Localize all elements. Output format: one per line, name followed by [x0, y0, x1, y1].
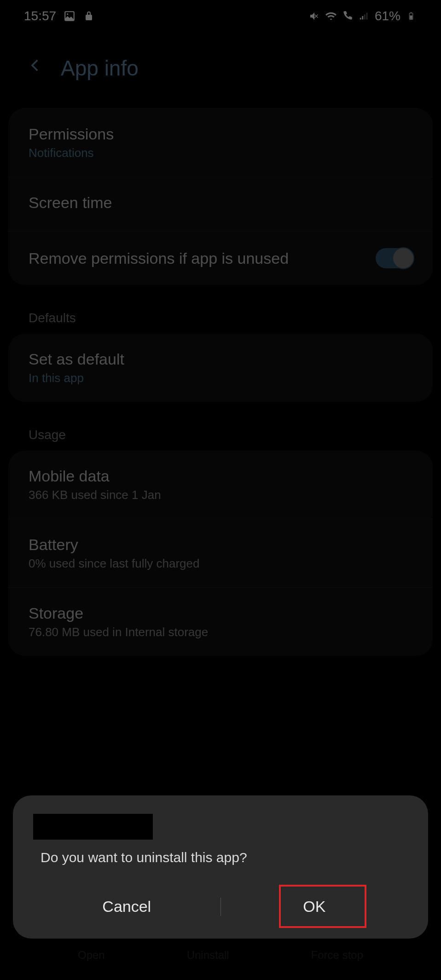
settings-card-defaults: Set as default In this app — [8, 334, 433, 402]
app-name-redacted — [33, 814, 153, 840]
screen-time-row[interactable]: Screen time — [8, 177, 433, 232]
svg-point-1 — [67, 13, 68, 15]
mute-icon — [308, 10, 320, 22]
permissions-sub: Notifications — [29, 146, 412, 160]
storage-title: Storage — [29, 604, 412, 622]
settings-card-usage: Mobile data 366 KB used since 1 Jan Batt… — [8, 451, 433, 656]
status-right: 61% — [308, 9, 417, 23]
settings-card-main: Permissions Notifications Screen time Re… — [8, 108, 433, 285]
wifi-icon — [325, 10, 337, 22]
dialog-message: Do you want to uninstall this app? — [33, 850, 408, 865]
mobile-data-row[interactable]: Mobile data 366 KB used since 1 Jan — [8, 451, 433, 519]
storage-sub: 76.80 MB used in Internal storage — [29, 625, 412, 639]
mobile-data-title: Mobile data — [29, 467, 412, 485]
signal-icon — [358, 10, 370, 22]
screen-time-title: Screen time — [29, 194, 412, 212]
battery-percent: 61% — [375, 9, 400, 23]
svg-rect-4 — [364, 14, 366, 19]
svg-rect-8 — [410, 16, 412, 19]
svg-rect-5 — [366, 13, 368, 20]
remove-permissions-toggle[interactable] — [376, 248, 412, 268]
page-header: App info — [0, 32, 441, 108]
force-stop-button[interactable]: Force stop — [311, 949, 363, 962]
permissions-row[interactable]: Permissions Notifications — [8, 108, 433, 177]
uninstall-dialog: Do you want to uninstall this app? Cance… — [13, 795, 428, 939]
battery-icon — [405, 10, 417, 22]
remove-permissions-row[interactable]: Remove permissions if app is unused — [8, 232, 433, 285]
permissions-title: Permissions — [29, 125, 412, 143]
set-default-title: Set as default — [29, 350, 412, 368]
lock-icon — [83, 10, 95, 22]
toggle-knob — [392, 247, 414, 269]
open-button[interactable]: Open — [78, 949, 105, 962]
cancel-button[interactable]: Cancel — [33, 888, 220, 925]
dialog-actions: Cancel OK — [33, 888, 408, 925]
status-bar: 15:57 61% — [0, 0, 441, 32]
defaults-section-header: Defaults — [0, 299, 441, 334]
status-left: 15:57 — [24, 9, 95, 23]
bottom-action-bar: Open Uninstall Force stop — [0, 949, 441, 962]
remove-permissions-title: Remove permissions if app is unused — [29, 249, 289, 267]
wifi-calling-icon — [342, 10, 354, 22]
uninstall-button[interactable]: Uninstall — [187, 949, 229, 962]
svg-rect-3 — [362, 16, 363, 19]
page-title: App info — [61, 56, 139, 81]
set-default-row[interactable]: Set as default In this app — [8, 334, 433, 402]
storage-row[interactable]: Storage 76.80 MB used in Internal storag… — [8, 588, 433, 656]
set-default-sub: In this app — [29, 371, 412, 385]
ok-button[interactable]: OK — [221, 888, 408, 925]
battery-title: Battery — [29, 536, 412, 554]
mobile-data-sub: 366 KB used since 1 Jan — [29, 488, 412, 502]
status-time: 15:57 — [24, 9, 56, 23]
image-icon — [64, 10, 75, 22]
svg-rect-7 — [411, 12, 412, 13]
svg-rect-2 — [360, 18, 361, 20]
back-icon[interactable] — [28, 55, 43, 81]
usage-section-header: Usage — [0, 416, 441, 451]
battery-row[interactable]: Battery 0% used since last fully charged — [8, 519, 433, 588]
battery-sub: 0% used since last fully charged — [29, 557, 412, 571]
